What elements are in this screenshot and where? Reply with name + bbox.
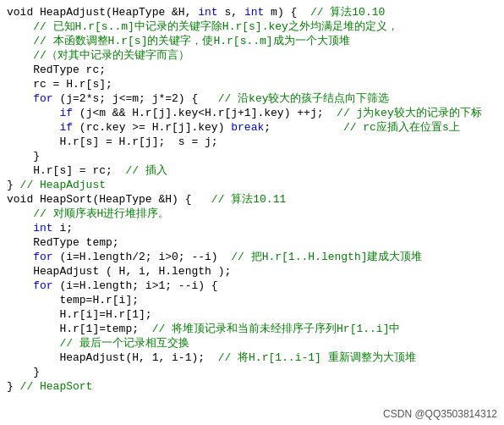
code-token: (i=H.length; i>1; --i) { <box>53 279 218 292</box>
code-token: (j<m && H.r[j].key<H.r[j+1].key) ++j; <box>73 107 337 119</box>
code-token: void HeapAdjust(HeapType &H, <box>7 6 198 19</box>
code-token: // 算法10.11 <box>211 193 286 206</box>
code-token: HeapAdjust(H, 1, i-1); <box>7 351 218 364</box>
table-row: rc = H.r[s]; <box>7 77 497 91</box>
code-token: H.r[1]=temp; <box>7 323 152 335</box>
code-token: (j=2*s; j<=m; j*=2) { <box>53 92 218 105</box>
code-token: H.r[s] = rc; <box>7 164 125 177</box>
code-token: (rc.key >= H.r[j].key) <box>73 121 231 134</box>
code-token: // 将堆顶记录和当前未经排序子序列Hr[1..i]中 <box>152 323 401 335</box>
table-row: H.r[s] = rc; // 插入 <box>7 163 497 178</box>
code-token: rc = H.r[s]; <box>7 78 112 91</box>
code-token: if <box>59 121 73 134</box>
code-token: RedType rc; <box>7 63 106 76</box>
table-row: H.r[s] = H.r[j]; s = j; <box>7 135 497 149</box>
table-row: for (i=H.length; i>1; --i) { <box>7 279 497 293</box>
table-row: } // HeapAdjust <box>7 178 497 192</box>
code-token: // 算法10.10 <box>310 6 385 19</box>
table-row: } // HeapSort <box>7 379 497 394</box>
code-token: // 沿key较大的孩子结点向下筛选 <box>218 92 390 105</box>
code-token <box>7 222 33 235</box>
code-token: int <box>33 222 52 235</box>
code-token: for <box>33 279 52 292</box>
code-token: // 最后一个记录相互交换 <box>59 337 189 350</box>
table-row: if (rc.key >= H.r[j].key) break; // rc应插… <box>7 120 497 135</box>
table-row: for (j=2*s; j<=m; j*=2) { // 沿key较大的孩子结点… <box>7 91 497 106</box>
code-token: (i=H.length/2; i>0; --i) <box>53 251 232 263</box>
table-row: H.r[1]=temp; // 将堆顶记录和当前未经排序子序列Hr[1..i]中 <box>7 322 497 336</box>
code-token: for <box>33 92 52 105</box>
code-token: break <box>231 121 264 134</box>
table-row: HeapAdjust ( H, i, H.length ); <box>7 264 497 279</box>
code-token <box>7 35 33 47</box>
table-row: temp=H.r[i]; <box>7 293 497 307</box>
table-row: H.r[i]=H.r[1]; <box>7 307 497 322</box>
code-token: // 本函数调整H.r[s]的关键字，使H.r[s..m]成为一个大顶堆 <box>33 35 349 47</box>
code-token: // 将H.r[1..i-1] 重新调整为大顶堆 <box>218 351 416 364</box>
table-row: } <box>7 149 497 163</box>
code-token: // 已知H.r[s..m]中记录的关键字除H.r[s].key之外均满足堆的定… <box>33 20 398 33</box>
code-token: s, <box>218 6 244 19</box>
code-token: H.r[s] = H.r[j]; s = j; <box>7 135 218 148</box>
code-token <box>7 107 59 119</box>
code-token: } <box>7 380 20 393</box>
code-token <box>7 207 33 220</box>
table-row: // 已知H.r[s..m]中记录的关键字除H.r[s].key之外均满足堆的定… <box>7 19 497 34</box>
code-token: RedType temp; <box>7 236 119 249</box>
code-container: void HeapAdjust(HeapType &H, int s, int … <box>0 0 504 425</box>
code-token: int <box>198 6 217 19</box>
code-token: // rc应插入在位置s上 <box>343 121 460 134</box>
table-row: //（对其中记录的关键字而言） <box>7 48 497 63</box>
table-row: int i; <box>7 221 497 235</box>
table-row: // 对顺序表H进行堆排序。 <box>7 207 497 221</box>
table-row: void HeapSort(HeapType &H) { // 算法10.11 <box>7 192 497 207</box>
code-token <box>7 20 33 33</box>
table-row: void HeapAdjust(HeapType &H, int s, int … <box>7 5 497 19</box>
table-row: for (i=H.length/2; i>0; --i) // 把H.r[1..… <box>7 250 497 264</box>
code-token <box>7 251 33 263</box>
code-token: //（对其中记录的关键字而言） <box>33 49 189 62</box>
code-token: } <box>7 150 40 163</box>
code-token: // 对顺序表H进行堆排序。 <box>33 207 169 220</box>
code-token: i; <box>53 222 73 235</box>
code-token: // j为key较大的记录的下标 <box>337 107 482 119</box>
code-token: // HeapAdjust <box>20 179 106 191</box>
code-token: H.r[i]=H.r[1]; <box>7 308 152 321</box>
code-token <box>7 279 33 292</box>
code-token: // 把H.r[1..H.length]建成大顶堆 <box>231 251 422 263</box>
code-token <box>7 337 59 350</box>
code-token: // 插入 <box>125 164 167 177</box>
table-row: RedType temp; <box>7 235 497 250</box>
code-token: } <box>7 366 40 378</box>
table-row: HeapAdjust(H, 1, i-1); // 将H.r[1..i-1] 重… <box>7 350 497 365</box>
table-row: // 最后一个记录相互交换 <box>7 336 497 350</box>
code-token: // HeapSort <box>20 380 93 393</box>
code-token <box>7 121 59 134</box>
code-token: temp=H.r[i]; <box>7 294 139 306</box>
watermark: CSDN @QQ3503814312 <box>383 408 497 420</box>
code-token: m) { <box>264 6 310 19</box>
code-token <box>7 92 33 105</box>
table-row: // 本函数调整H.r[s]的关键字，使H.r[s..m]成为一个大顶堆 <box>7 34 497 48</box>
code-token: void HeapSort(HeapType &H) { <box>7 193 211 206</box>
code-token: } <box>7 179 20 191</box>
code-token: if <box>59 107 73 119</box>
code-token <box>7 49 33 62</box>
code-token: ; <box>264 121 343 134</box>
code-token: int <box>244 6 264 19</box>
code-token: for <box>33 251 52 263</box>
table-row: RedType rc; <box>7 63 497 77</box>
table-row: if (j<m && H.r[j].key<H.r[j+1].key) ++j;… <box>7 106 497 120</box>
code-token: HeapAdjust ( H, i, H.length ); <box>7 265 231 278</box>
code-block: void HeapAdjust(HeapType &H, int s, int … <box>7 5 497 394</box>
table-row: } <box>7 365 497 379</box>
